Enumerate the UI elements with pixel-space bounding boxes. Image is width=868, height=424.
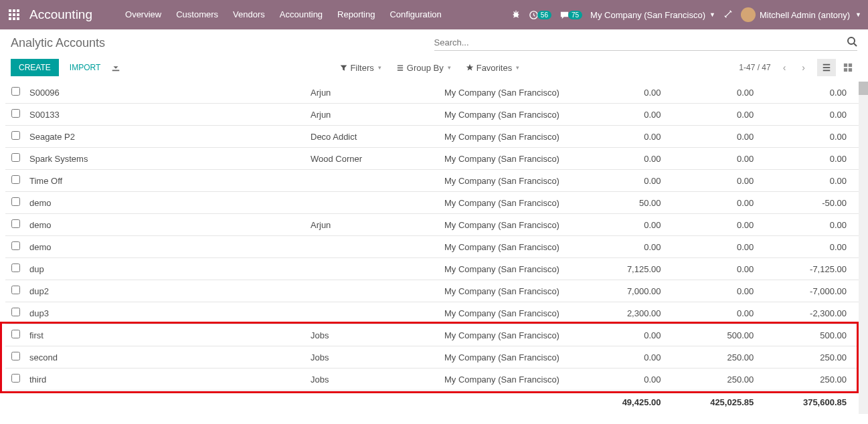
row-checkbox[interactable] (11, 308, 20, 316)
table-row[interactable]: Spark SystemsWood CornerMy Company (San … (5, 148, 859, 170)
row-checkbox[interactable] (11, 109, 20, 118)
cell-credit: 0.00 (673, 280, 766, 302)
messages-badge: 75 (568, 11, 582, 19)
cell-debit: 0.00 (588, 82, 673, 104)
apps-icon[interactable] (7, 7, 21, 22)
row-checkbox[interactable] (11, 153, 20, 162)
row-checkbox[interactable] (11, 219, 20, 228)
bug-icon[interactable] (511, 9, 521, 21)
svg-point-9 (513, 12, 518, 17)
download-icon[interactable] (111, 62, 120, 74)
cell-ref: Arjun (307, 214, 440, 236)
filters-button[interactable]: Filters ▾ (340, 63, 381, 73)
svg-rect-4 (13, 13, 15, 16)
row-checkbox[interactable] (11, 87, 20, 96)
row-checkbox[interactable] (11, 131, 20, 140)
table-row[interactable]: Time OffMy Company (San Francisco)0.000.… (5, 170, 859, 192)
row-checkbox[interactable] (11, 374, 20, 383)
cell-balance: 0.00 (766, 148, 859, 170)
messages-indicator[interactable]: 75 (559, 10, 582, 20)
pager-prev[interactable]: ‹ (779, 60, 790, 76)
total-col-a: 49,425.00 (588, 391, 673, 415)
table-row[interactable]: demoMy Company (San Francisco)50.000.00-… (5, 192, 859, 214)
row-checkbox[interactable] (11, 197, 20, 206)
company-selector[interactable]: My Company (San Francisco) ▼ (590, 10, 715, 20)
cell-name: third (25, 368, 307, 391)
view-list-button[interactable] (817, 59, 836, 76)
search-input[interactable] (434, 35, 847, 50)
table-row[interactable]: demoMy Company (San Francisco)0.000.000.… (5, 236, 859, 258)
activity-badge: 56 (537, 11, 551, 19)
cell-balance: 0.00 (766, 170, 859, 192)
avatar (741, 7, 756, 22)
row-checkbox[interactable] (11, 241, 20, 250)
cell-debit: 0.00 (588, 236, 673, 258)
table-row[interactable]: dupMy Company (San Francisco)7,125.000.0… (5, 258, 859, 280)
cell-company: My Company (San Francisco) (440, 214, 588, 236)
svg-rect-6 (9, 17, 11, 20)
view-kanban-button[interactable] (839, 59, 857, 76)
app-brand[interactable]: Accounting (29, 7, 92, 22)
row-checkbox[interactable] (11, 352, 20, 360)
cell-credit: 0.00 (673, 148, 766, 170)
cell-company: My Company (San Francisco) (440, 82, 588, 104)
create-button[interactable]: CREATE (11, 59, 59, 76)
chevron-down-icon: ▾ (516, 64, 519, 71)
row-checkbox[interactable] (11, 286, 20, 294)
cell-name: Spark Systems (25, 148, 307, 170)
cell-company: My Company (San Francisco) (440, 148, 588, 170)
nav-vendors[interactable]: Vendors (226, 0, 272, 29)
debug-icon[interactable] (723, 9, 733, 21)
nav-right: 56 75 My Company (San Francisco) ▼ Mitch… (511, 7, 861, 22)
nav-accounting[interactable]: Accounting (272, 0, 330, 29)
table-row[interactable]: secondJobsMy Company (San Francisco)0.00… (5, 346, 859, 368)
svg-rect-12 (844, 64, 847, 67)
svg-rect-2 (17, 9, 19, 12)
cell-credit: 0.00 (673, 236, 766, 258)
table-row[interactable]: demoArjunMy Company (San Francisco)0.000… (5, 214, 859, 236)
chevron-down-icon: ▾ (448, 64, 451, 71)
svg-rect-5 (17, 13, 19, 16)
cell-credit: 0.00 (673, 126, 766, 148)
chevron-down-icon: ▾ (378, 64, 381, 71)
cell-debit: 0.00 (588, 324, 673, 346)
cell-debit: 2,300.00 (588, 302, 673, 324)
company-label: My Company (San Francisco) (590, 10, 705, 20)
pager-next[interactable]: › (798, 60, 809, 76)
cell-debit: 7,125.00 (588, 258, 673, 280)
scrollbar-thumb[interactable] (859, 82, 868, 95)
svg-rect-0 (9, 9, 11, 12)
table-row[interactable]: Seagate P2Deco AddictMy Company (San Fra… (5, 126, 859, 148)
svg-point-11 (848, 37, 855, 44)
cell-ref (307, 236, 440, 258)
cell-ref: Jobs (307, 346, 440, 368)
row-checkbox[interactable] (11, 263, 20, 272)
pager-text[interactable]: 1-47 / 47 (739, 63, 770, 72)
nav-customers[interactable]: Customers (169, 0, 226, 29)
nav-reporting[interactable]: Reporting (330, 0, 382, 29)
user-menu[interactable]: Mitchell Admin (antony) ▼ (741, 7, 861, 22)
vertical-scrollbar[interactable] (859, 82, 868, 414)
activity-indicator[interactable]: 56 (529, 10, 551, 20)
search-bar (434, 35, 858, 51)
nav-configuration[interactable]: Configuration (382, 0, 448, 29)
favorites-button[interactable]: Favorites ▾ (466, 63, 519, 73)
cell-credit: 0.00 (673, 192, 766, 214)
search-icon[interactable] (847, 36, 857, 49)
cell-ref (307, 192, 440, 214)
row-checkbox[interactable] (11, 330, 20, 338)
cell-name: demo (25, 214, 307, 236)
table-row[interactable]: S00133ArjunMy Company (San Francisco)0.0… (5, 104, 859, 126)
nav-overview[interactable]: Overview (118, 0, 169, 29)
cell-name: demo (25, 236, 307, 258)
table-row[interactable]: dup2My Company (San Francisco)7,000.000.… (5, 280, 859, 302)
import-button[interactable]: IMPORT (70, 63, 100, 72)
table-row[interactable]: firstJobsMy Company (San Francisco)0.005… (5, 324, 859, 346)
table-row[interactable]: thirdJobsMy Company (San Francisco)0.002… (5, 368, 859, 391)
table-row[interactable]: dup3My Company (San Francisco)2,300.000.… (5, 302, 859, 324)
groupby-button[interactable]: Group By ▾ (396, 63, 451, 73)
row-checkbox[interactable] (11, 175, 20, 184)
table-row[interactable]: S00096ArjunMy Company (San Francisco)0.0… (5, 82, 859, 104)
cell-name: S00096 (25, 82, 307, 104)
cell-name: second (25, 346, 307, 368)
